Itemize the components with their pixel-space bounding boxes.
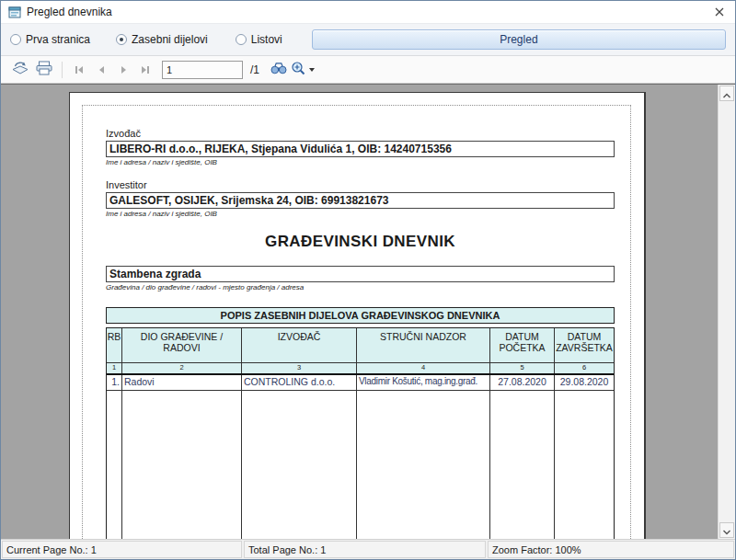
header-cell: STRUČNI NADZOR xyxy=(357,328,490,362)
toolbar-separator xyxy=(62,62,63,78)
scroll-down-button[interactable] xyxy=(719,522,734,538)
preview-area: Izvođač LIBERO-RI d.o.o., RIJEKA, Stjepa… xyxy=(1,84,735,539)
data-cell-rb: 1. xyxy=(107,375,122,390)
report-icon xyxy=(8,6,21,18)
building-caption: Građevina / dio građevine / radovi - mje… xyxy=(106,283,615,291)
number-cell: 5 xyxy=(490,363,555,373)
next-page-icon xyxy=(118,62,129,78)
number-cell: 2 xyxy=(122,363,242,373)
status-bar: Current Page No.: 1 Total Page No.: 1 Zo… xyxy=(1,539,735,559)
table-header-row: RB DIO GRAĐEVINE / RADOVI IZVOĐAČ STRUČN… xyxy=(107,328,614,363)
next-page-button[interactable] xyxy=(112,60,134,80)
contractor-value: LIBERO-RI d.o.o., RIJEKA, Stjepana Vidul… xyxy=(106,141,615,157)
data-cell-datum-pocetka: 27.08.2020 xyxy=(490,375,555,390)
print-icon xyxy=(35,61,53,79)
radio-circle-icon xyxy=(116,34,127,45)
page-number-input[interactable] xyxy=(162,61,243,79)
last-page-button[interactable] xyxy=(134,60,156,80)
radio-zasebni-dijelovi[interactable]: Zasebni dijelovi xyxy=(116,33,208,46)
prev-page-icon xyxy=(96,62,107,78)
table-number-row: 1 2 3 4 5 6 xyxy=(107,363,614,375)
magnifier-plus-icon xyxy=(291,61,305,79)
dialog-window: Pregled dnevnika Prva stranica Zasebni d… xyxy=(0,0,736,560)
report-title: GRAĐEVINSKI DNEVNIK xyxy=(106,233,615,251)
investor-caption: Ime i adresa / naziv i sjedište, OIB xyxy=(106,210,615,218)
number-cell: 4 xyxy=(357,363,490,373)
radio-label: Listovi xyxy=(251,33,282,46)
building-value: Stambena zgrada xyxy=(106,266,615,282)
binoculars-icon xyxy=(270,62,287,78)
pregled-button[interactable]: Pregled xyxy=(312,29,726,50)
header-cell: DATUM POČETKA xyxy=(490,328,555,362)
first-page-button[interactable] xyxy=(68,60,90,80)
toolbar: /1 xyxy=(1,56,735,84)
radio-circle-icon xyxy=(236,34,247,45)
zoom-dropdown-caret-icon[interactable] xyxy=(309,68,315,72)
data-cell-dio: Radovi xyxy=(122,375,242,390)
investor-value: GALESOFT, OSIJEK, Srijemska 24, OIB: 699… xyxy=(106,192,615,209)
contractor-label: Izvođač xyxy=(106,128,615,139)
header-cell: IZVOĐAČ xyxy=(242,328,357,362)
export-button[interactable] xyxy=(8,59,32,81)
header-cell: DIO GRAĐEVINE / RADOVI xyxy=(122,328,242,362)
table-empty-body xyxy=(107,391,614,539)
investor-label: Investitor xyxy=(106,179,615,190)
status-current-page: Current Page No.: 1 xyxy=(2,541,242,558)
data-cell-datum-zavrsetka: 29.08.2020 xyxy=(555,375,614,390)
number-cell: 6 xyxy=(555,363,614,373)
scroll-up-button[interactable] xyxy=(719,86,734,101)
data-cell-izvodjac: CONTROLING d.o.o. xyxy=(242,375,357,390)
radio-listovi[interactable]: Listovi xyxy=(236,33,282,46)
vertical-scrollbar[interactable] xyxy=(718,85,735,539)
page-total-label: /1 xyxy=(250,63,259,76)
first-page-icon xyxy=(74,62,85,78)
table-data-row: 1. Radovi CONTROLING d.o.o. Vladimir Koš… xyxy=(107,375,614,391)
header-cell: RB xyxy=(107,328,122,362)
prev-page-button[interactable] xyxy=(90,60,112,80)
number-cell: 3 xyxy=(242,363,357,373)
chevron-down-icon xyxy=(722,522,731,539)
number-cell: 1 xyxy=(107,363,122,373)
contractor-caption: Ime i adresa / naziv i sjedište, OIB xyxy=(106,158,615,166)
radio-label: Zasebni dijelovi xyxy=(132,33,208,46)
window-title: Pregled dnevnika xyxy=(27,6,112,18)
radio-circle-icon xyxy=(10,34,21,45)
report-table: RB DIO GRAĐEVINE / RADOVI IZVOĐAČ STRUČN… xyxy=(106,327,615,539)
options-bar: Prva stranica Zasebni dijelovi Listovi P… xyxy=(1,23,735,56)
print-button[interactable] xyxy=(32,59,56,81)
status-zoom-factor: Zoom Factor: 100% xyxy=(488,541,734,558)
table-title-band: POPIS ZASEBNIH DIJELOVA GRAĐEVINSKOG DNE… xyxy=(106,307,615,324)
chevron-up-icon xyxy=(722,86,731,102)
radio-prva-stranica[interactable]: Prva stranica xyxy=(10,33,90,46)
status-total-page: Total Page No.: 1 xyxy=(244,541,486,558)
report-page: Izvođač LIBERO-RI d.o.o., RIJEKA, Stjepa… xyxy=(69,92,646,539)
title-bar: Pregled dnevnika xyxy=(1,1,735,23)
zoom-button[interactable] xyxy=(291,59,315,81)
export-icon xyxy=(11,61,29,79)
radio-label: Prva stranica xyxy=(26,33,90,46)
find-button[interactable] xyxy=(267,59,291,81)
header-cell: DATUM ZAVRŠETKA xyxy=(555,328,614,362)
data-cell-nadzor: Vladimir Košutić, mag.ing.građ. xyxy=(357,375,490,390)
last-page-icon xyxy=(140,62,151,78)
report-content: Izvođač LIBERO-RI d.o.o., RIJEKA, Stjepa… xyxy=(106,128,615,539)
close-icon[interactable] xyxy=(704,1,735,23)
